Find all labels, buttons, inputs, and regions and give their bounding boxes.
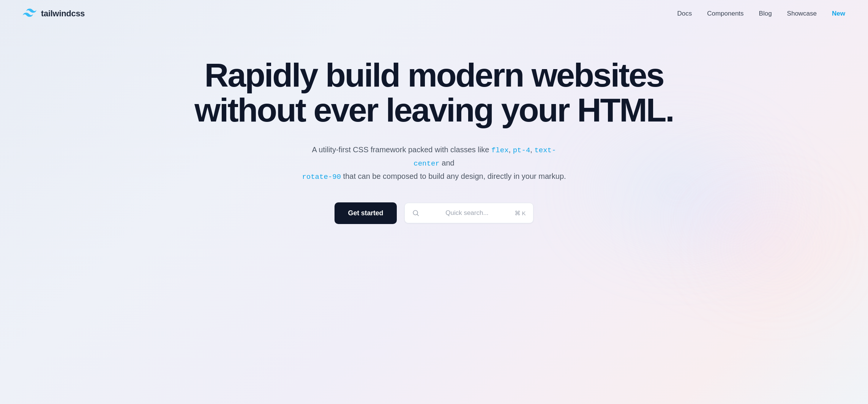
nav-links: Docs Components Blog Showcase New [677, 10, 845, 17]
logo[interactable]: tailwindcss [23, 8, 85, 19]
search-icon [412, 210, 419, 216]
k-label: K [522, 210, 526, 216]
hero-section: Rapidly build modern websites without ev… [0, 27, 868, 247]
hero-title: Rapidly build modern websites without ev… [194, 58, 673, 128]
tailwind-logo-icon [23, 8, 36, 19]
hero-actions: Get started Quick search... ⌘ K [335, 202, 534, 224]
cmd-symbol: ⌘ [514, 210, 521, 217]
hero-title-line2: without ever leaving your HTML. [194, 91, 673, 129]
nav-blog[interactable]: Blog [759, 10, 772, 17]
nav-showcase[interactable]: Showcase [787, 10, 817, 17]
subtitle-before: A utility-first CSS framework packed wit… [312, 145, 491, 154]
nav-components[interactable]: Components [707, 10, 743, 17]
code-pt4: pt-4 [513, 146, 530, 155]
nav-new-badge[interactable]: New [832, 10, 845, 17]
subtitle-and: and [440, 159, 455, 167]
subtitle-comma1: , [509, 145, 513, 154]
code-flex: flex [491, 146, 509, 155]
logo-text: tailwindcss [41, 9, 85, 19]
get-started-button[interactable]: Get started [335, 202, 397, 224]
search-placeholder-text: Quick search... [424, 209, 510, 217]
hero-title-line1: Rapidly build modern websites [205, 56, 664, 94]
nav-docs[interactable]: Docs [677, 10, 692, 17]
hero-subtitle: A utility-first CSS framework packed wit… [301, 143, 567, 183]
navbar: tailwindcss Docs Components Blog Showcas… [0, 0, 868, 27]
page-wrapper: tailwindcss Docs Components Blog Showcas… [0, 0, 868, 404]
search-shortcut: ⌘ K [514, 210, 526, 217]
code-rotate90: rotate-90 [302, 173, 341, 181]
subtitle-comma2: , [530, 145, 534, 154]
quick-search-box[interactable]: Quick search... ⌘ K [404, 203, 533, 223]
subtitle-line2-after: that can be composed to build any design… [341, 172, 566, 180]
